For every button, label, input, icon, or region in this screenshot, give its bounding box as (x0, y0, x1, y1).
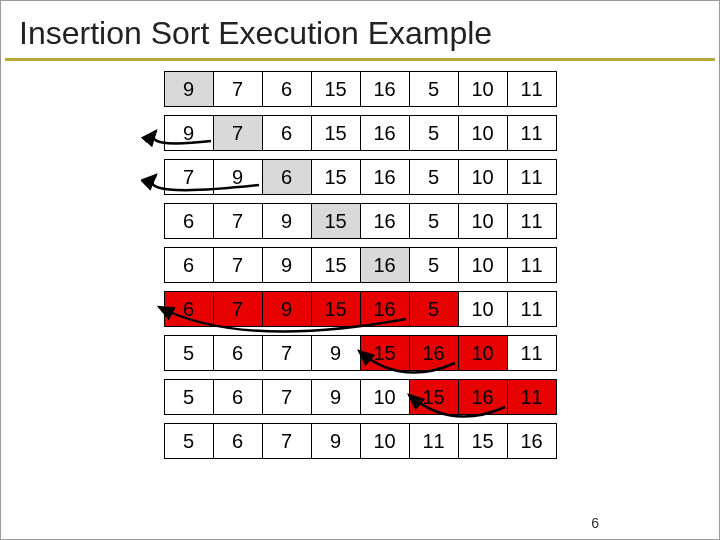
table-cell: 16 (409, 335, 459, 371)
table-cell: 7 (213, 247, 263, 283)
table-cell: 10 (458, 71, 508, 107)
table-cell: 7 (262, 423, 312, 459)
table-cell: 9 (213, 159, 263, 195)
title-underline (5, 58, 715, 61)
table-cell: 7 (213, 71, 263, 107)
table-cell: 7 (164, 159, 214, 195)
table-cell: 16 (507, 423, 557, 459)
table-cell: 5 (409, 159, 459, 195)
table-cell: 16 (360, 291, 410, 327)
table-cell: 9 (164, 115, 214, 151)
table-cell: 10 (458, 247, 508, 283)
table-cell: 11 (507, 203, 557, 239)
table-cell: 5 (164, 335, 214, 371)
table-cell: 10 (360, 423, 410, 459)
table-cell: 7 (213, 115, 263, 151)
table-cell: 5 (164, 423, 214, 459)
table-cell: 6 (213, 335, 263, 371)
table-cell: 9 (262, 203, 312, 239)
table-cell: 5 (409, 203, 459, 239)
table-row: 567910151611 (164, 379, 557, 415)
sort-steps-table: 9761516510119761516510117961516510116791… (1, 71, 719, 459)
table-cell: 16 (360, 115, 410, 151)
table-cell: 15 (311, 159, 361, 195)
table-cell: 6 (213, 379, 263, 415)
table-cell: 6 (164, 247, 214, 283)
table-cell: 10 (458, 335, 508, 371)
table-row: 976151651011 (164, 71, 557, 107)
table-cell: 11 (507, 379, 557, 415)
table-cell: 16 (458, 379, 508, 415)
table-row: 679151651011 (164, 247, 557, 283)
table-cell: 6 (262, 159, 312, 195)
table-row: 796151651011 (164, 159, 557, 195)
table-cell: 6 (213, 423, 263, 459)
table-cell: 7 (213, 203, 263, 239)
table-cell: 6 (262, 71, 312, 107)
table-cell: 9 (262, 247, 312, 283)
table-cell: 5 (409, 247, 459, 283)
table-cell: 15 (409, 379, 459, 415)
table-row: 679151651011 (164, 203, 557, 239)
table-cell: 10 (360, 379, 410, 415)
table-cell: 6 (164, 203, 214, 239)
table-cell: 5 (409, 71, 459, 107)
table-cell: 6 (262, 115, 312, 151)
table-cell: 15 (311, 247, 361, 283)
table-cell: 7 (213, 291, 263, 327)
page-title: Insertion Sort Execution Example (1, 1, 719, 58)
table-cell: 5 (409, 115, 459, 151)
page-number: 6 (591, 515, 599, 531)
table-cell: 7 (262, 335, 312, 371)
table-cell: 10 (458, 291, 508, 327)
table-cell: 5 (164, 379, 214, 415)
table-cell: 15 (311, 291, 361, 327)
table-cell: 11 (507, 335, 557, 371)
table-cell: 11 (507, 115, 557, 151)
table-cell: 16 (360, 247, 410, 283)
table-cell: 6 (164, 291, 214, 327)
table-cell: 16 (360, 71, 410, 107)
table-cell: 11 (507, 159, 557, 195)
table-cell: 15 (360, 335, 410, 371)
table-cell: 5 (409, 291, 459, 327)
table-cell: 16 (360, 203, 410, 239)
table-cell: 9 (164, 71, 214, 107)
table-cell: 16 (360, 159, 410, 195)
table-cell: 15 (311, 115, 361, 151)
table-cell: 11 (409, 423, 459, 459)
table-cell: 10 (458, 159, 508, 195)
table-row: 567910111516 (164, 423, 557, 459)
table-row: 976151651011 (164, 115, 557, 151)
table-row: 679151651011 (164, 291, 557, 327)
table-cell: 11 (507, 247, 557, 283)
table-cell: 9 (311, 379, 361, 415)
table-cell: 15 (311, 203, 361, 239)
table-cell: 15 (458, 423, 508, 459)
table-cell: 9 (262, 291, 312, 327)
table-cell: 15 (311, 71, 361, 107)
table-cell: 7 (262, 379, 312, 415)
table-cell: 11 (507, 291, 557, 327)
table-cell: 10 (458, 115, 508, 151)
table-cell: 11 (507, 71, 557, 107)
table-cell: 10 (458, 203, 508, 239)
table-cell: 9 (311, 423, 361, 459)
table-cell: 9 (311, 335, 361, 371)
table-row: 567915161011 (164, 335, 557, 371)
